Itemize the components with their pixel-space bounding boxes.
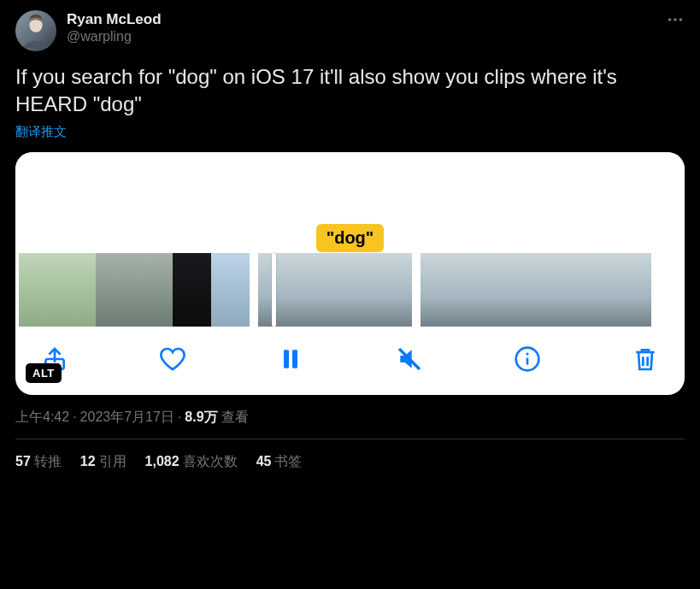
avatar-placeholder-icon	[17, 12, 55, 50]
playhead-icon[interactable]	[272, 253, 276, 327]
info-icon[interactable]	[514, 345, 541, 373]
svg-point-2	[674, 18, 677, 21]
video-thumbnail	[258, 253, 297, 327]
tweet-date[interactable]: 2023年7月17日	[80, 409, 174, 424]
clip-group-3[interactable]	[421, 253, 651, 327]
video-timeline[interactable]	[15, 253, 685, 327]
caption-bubble: "dog"	[316, 224, 385, 252]
svg-rect-6	[292, 350, 297, 368]
video-thumbnail	[335, 253, 374, 327]
more-icon[interactable]	[666, 10, 685, 32]
tweet-time[interactable]: 上午4:42	[15, 409, 69, 424]
video-thumbnail	[96, 253, 134, 327]
video-thumbnail	[57, 253, 96, 327]
svg-point-10	[526, 352, 528, 355]
video-thumbnail	[536, 253, 574, 327]
video-thumbnail	[297, 253, 335, 327]
clip-group-2[interactable]	[258, 253, 412, 327]
video-thumbnail	[134, 253, 173, 327]
video-thumbnail	[497, 253, 536, 327]
bookmarks-stat[interactable]: 45书签	[256, 453, 303, 471]
retweets-stat[interactable]: 57转推	[15, 453, 62, 471]
quotes-stat[interactable]: 12引用	[80, 453, 126, 471]
video-thumbnail	[173, 253, 211, 327]
video-thumbnail	[613, 253, 651, 327]
alt-badge[interactable]: ALT	[26, 363, 62, 383]
avatar[interactable]	[15, 10, 56, 51]
mute-icon[interactable]	[396, 345, 423, 373]
pause-icon[interactable]	[277, 345, 304, 373]
divider	[15, 439, 685, 439]
video-thumbnail	[574, 253, 613, 327]
video-thumbnail	[19, 253, 57, 327]
tweet-meta: 上午4:42·2023年7月17日·8.9万 查看	[15, 409, 685, 427]
tweet-text: If you search for "dog" on iOS 17 it'll …	[15, 63, 685, 119]
video-thumbnail	[459, 253, 497, 327]
likes-stat[interactable]: 1,082喜欢次数	[145, 453, 238, 471]
video-thumbnail	[374, 253, 412, 327]
svg-point-3	[679, 18, 683, 21]
media-card[interactable]: "dog"	[15, 152, 685, 395]
views-label: 查看	[218, 409, 249, 424]
video-thumbnail	[421, 253, 459, 327]
svg-point-1	[668, 18, 672, 21]
svg-rect-5	[284, 350, 289, 368]
views-count[interactable]: 8.9万	[185, 409, 217, 424]
display-name[interactable]: Ryan McLeod	[67, 10, 162, 28]
heart-icon[interactable]	[159, 345, 186, 373]
video-thumbnail	[211, 253, 250, 327]
clip-group-1[interactable]	[19, 253, 250, 327]
trash-icon[interactable]	[632, 345, 659, 373]
handle[interactable]: @warpling	[67, 28, 162, 45]
translate-link[interactable]: 翻译推文	[15, 124, 685, 140]
